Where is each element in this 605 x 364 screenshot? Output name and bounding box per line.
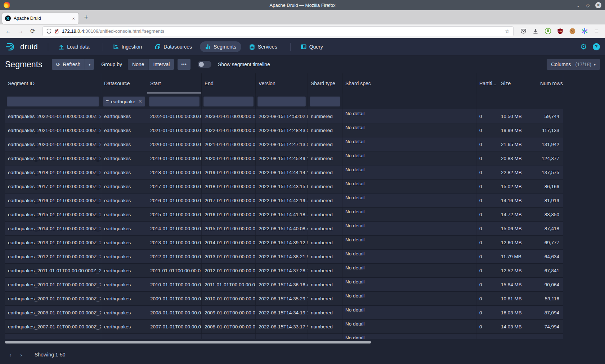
menu-hamburger-icon[interactable]: ≡ xyxy=(591,26,602,36)
filter-input-start[interactable] xyxy=(149,96,200,106)
column-header-shard-spec[interactable]: Shard spec xyxy=(342,73,476,94)
cell-num-rows: 81,919 xyxy=(537,194,563,207)
forward-button[interactable]: → xyxy=(15,26,26,36)
column-header-partitions[interactable]: Partiti... xyxy=(476,73,498,94)
cell-start: 2010-01-01T00:00:00.0... xyxy=(147,278,202,291)
bookmark-star-icon[interactable]: ☆ xyxy=(505,28,510,35)
extension-ghostery-icon[interactable] xyxy=(542,26,553,36)
cell-size: 20.83 MB xyxy=(498,151,537,165)
column-header-num-rows[interactable]: Num rows xyxy=(537,73,563,94)
cell-shard-type: numbered xyxy=(308,306,342,319)
cell-num-rows: 59,116 xyxy=(537,292,563,305)
table-row[interactable]: earthquakes_2017-01-01T00:00:00.000Z_2..… xyxy=(5,179,563,194)
extension-cookie-icon[interactable] xyxy=(567,26,578,36)
cell-segment-id: earthquakes_2006-01-01T00:00:00.000Z_2..… xyxy=(5,334,101,339)
table-row[interactable]: earthquakes_2021-01-01T00:00:00.000Z_2..… xyxy=(5,123,563,137)
filter-input-datasource[interactable]: = earthquake ✕ xyxy=(103,96,145,106)
segments-table: Segment ID Datasource Start End Version … xyxy=(5,73,563,339)
cell-size: 15.84 MB xyxy=(498,278,537,291)
column-header-size[interactable]: Size xyxy=(498,73,537,94)
tab-close-icon[interactable]: × xyxy=(71,16,76,21)
table-row[interactable]: earthquakes_2020-01-01T00:00:00.000Z_2..… xyxy=(5,137,563,151)
table-row[interactable]: earthquakes_2015-01-01T00:00:00.000Z_2..… xyxy=(5,208,563,222)
column-header-end[interactable]: End xyxy=(202,73,256,94)
horizontal-scrollbar[interactable] xyxy=(5,341,371,343)
cell-shard-type: numbered xyxy=(308,264,342,277)
previous-page-button[interactable]: ‹ xyxy=(5,349,16,360)
reload-button[interactable]: ⟳ xyxy=(27,26,38,36)
help-icon[interactable]: ? xyxy=(593,43,600,50)
cell-segment-id: earthquakes_2008-01-01T00:00:00.000Z_2..… xyxy=(5,306,101,319)
cell-num-rows: 131,942 xyxy=(537,137,563,151)
refresh-button[interactable]: ⟳ Refresh xyxy=(52,59,85,70)
browser-tab[interactable]: Apache Druid × xyxy=(2,13,79,24)
more-actions-button[interactable]: ••• xyxy=(178,59,191,70)
table-row[interactable]: earthquakes_2011-01-01T00:00:00.000Z_2..… xyxy=(5,264,563,278)
insecure-lock-icon[interactable] xyxy=(54,28,59,34)
column-header-start[interactable]: Start xyxy=(147,73,202,94)
page-title: Segments xyxy=(5,60,42,69)
cell-num-rows: 83,850 xyxy=(537,208,563,221)
filter-input-segment-id[interactable] xyxy=(7,96,99,106)
nav-item-datasources[interactable]: Datasources xyxy=(150,41,197,52)
cell-shard-spec: No detail xyxy=(342,123,476,137)
next-page-button[interactable]: › xyxy=(16,349,27,360)
extension-containers-icon[interactable] xyxy=(579,26,590,36)
group-by-interval-button[interactable]: Interval xyxy=(148,59,174,70)
cell-num-rows: 74,994 xyxy=(537,320,563,333)
nav-item-ingestion[interactable]: Ingestion xyxy=(108,41,147,52)
cell-start: 2014-01-01T00:00:00.0... xyxy=(147,222,202,235)
pocket-icon[interactable] xyxy=(518,26,529,36)
group-by-label: Group by xyxy=(101,62,122,67)
segment-timeline-toggle[interactable] xyxy=(198,61,211,68)
nav-item-label: Ingestion xyxy=(122,44,142,50)
table-row[interactable]: earthquakes_2007-01-01T00:00:00.000Z_2..… xyxy=(5,320,563,334)
window-maximize-icon[interactable]: ◇ xyxy=(586,3,590,8)
filter-input-end[interactable] xyxy=(203,96,254,106)
table-row[interactable]: earthquakes_2019-01-01T00:00:00.000Z_2..… xyxy=(5,151,563,165)
table-row[interactable]: earthquakes_2008-01-01T00:00:00.000Z_2..… xyxy=(5,306,563,320)
table-row[interactable]: earthquakes_2009-01-01T00:00:00.000Z_2..… xyxy=(5,292,563,306)
table-row[interactable]: earthquakes_2012-01-01T00:00:00.000Z_2..… xyxy=(5,250,563,264)
nav-item-label: Segments xyxy=(214,44,236,50)
window-minimize-icon[interactable]: ⌄ xyxy=(576,3,580,8)
nav-item-query[interactable]: Query xyxy=(296,41,328,52)
extension-ublock-icon[interactable]: UO xyxy=(555,26,565,36)
filter-input-shard-type[interactable] xyxy=(310,96,340,106)
cell-shard-spec: No detail xyxy=(342,250,476,263)
group-by-none-button[interactable]: None xyxy=(128,59,148,70)
url-bar[interactable]: 172.18.0.4:30109/unified-console.html#se… xyxy=(42,26,514,36)
table-row[interactable]: earthquakes_2013-01-01T00:00:00.000Z_2..… xyxy=(5,236,563,250)
table-row[interactable]: earthquakes_2014-01-01T00:00:00.000Z_2..… xyxy=(5,222,563,236)
druid-brand[interactable]: druid xyxy=(5,42,38,51)
refresh-dropdown-button[interactable]: ▾ xyxy=(85,59,94,70)
table-row-partial[interactable]: earthquakes_2006-01-01T00:00:00.000Z_2..… xyxy=(5,334,563,339)
cell-datasource: earthquakes xyxy=(101,151,147,165)
nav-item-services[interactable]: Services xyxy=(244,41,282,52)
nav-item-segments[interactable]: Segments xyxy=(200,41,241,52)
cell-segment-id: earthquakes_2016-01-01T00:00:00.000Z_2..… xyxy=(5,194,101,207)
cell-start: 2021-01-01T00:00:00.0... xyxy=(147,123,202,137)
filter-input-version[interactable] xyxy=(257,96,306,106)
new-tab-button[interactable]: + xyxy=(81,12,91,23)
cell-datasource: earthquakes xyxy=(101,306,147,319)
column-header-datasource[interactable]: Datasource xyxy=(101,73,147,94)
table-row[interactable]: earthquakes_2018-01-01T00:00:00.000Z_2..… xyxy=(5,165,563,179)
settings-gear-icon[interactable]: ⚙ xyxy=(580,43,587,50)
table-row[interactable]: earthquakes_2016-01-01T00:00:00.000Z_2..… xyxy=(5,194,563,208)
nav-item-load-data[interactable]: Load data xyxy=(53,41,94,52)
column-header-version[interactable]: Version xyxy=(256,73,308,94)
back-button[interactable]: ← xyxy=(3,26,14,36)
table-row[interactable]: earthquakes_2022-01-01T00:00:00.000Z_2..… xyxy=(5,109,563,123)
cell-version: 2022-08-15T14:45:49.1... xyxy=(256,151,308,165)
columns-count: (17/18) xyxy=(575,62,591,67)
filter-remove-icon[interactable]: ✕ xyxy=(138,99,142,104)
download-icon[interactable] xyxy=(530,26,541,36)
column-header-segment-id[interactable]: Segment ID xyxy=(5,73,101,94)
table-row[interactable]: earthquakes_2010-01-01T00:00:00.000Z_2..… xyxy=(5,278,563,292)
cell-start: 2015-01-01T00:00:00.0... xyxy=(147,208,202,221)
tracking-shield-icon[interactable] xyxy=(46,28,51,34)
columns-button[interactable]: Columns(17/18) ▾ xyxy=(547,59,600,70)
column-header-shard-type[interactable]: Shard type xyxy=(308,73,342,94)
window-close-icon[interactable]: ✕ xyxy=(595,2,601,8)
